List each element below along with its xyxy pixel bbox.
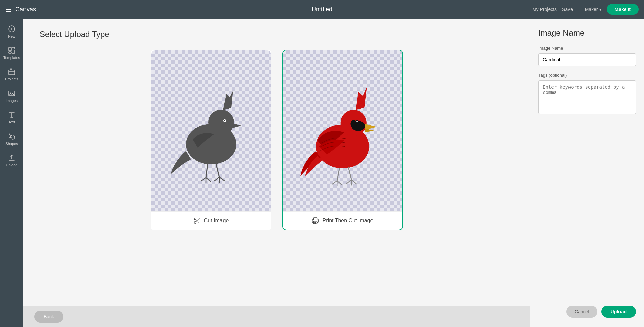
shapes-icon xyxy=(8,132,16,140)
svg-line-19 xyxy=(216,164,219,177)
svg-line-29 xyxy=(196,219,197,221)
right-panel-bottom: Cancel Upload xyxy=(538,306,636,318)
image-name-label: Image Name xyxy=(538,46,636,51)
svg-rect-3 xyxy=(9,47,11,51)
cut-image-footer: Cut Image xyxy=(151,211,271,230)
sidebar-item-templates[interactable]: Templates xyxy=(0,43,23,63)
sidebar-item-text[interactable]: Text xyxy=(0,107,23,127)
tags-label: Tags (optional) xyxy=(538,73,636,78)
svg-line-36 xyxy=(332,181,337,184)
upload-cards: Cut Image xyxy=(40,50,514,230)
sidebar: New Templates Projects xyxy=(0,19,23,327)
svg-line-20 xyxy=(214,177,219,181)
maker-dropdown[interactable]: Maker xyxy=(585,7,601,12)
print-then-cut-footer: Print Then Cut Image xyxy=(283,211,402,230)
svg-line-42 xyxy=(351,180,356,184)
svg-line-15 xyxy=(206,164,208,178)
plus-icon xyxy=(8,25,16,33)
print-then-cut-label: Print Then Cut Image xyxy=(323,218,374,224)
main-layout: New Templates Projects xyxy=(0,19,644,327)
svg-rect-4 xyxy=(12,47,15,49)
cut-image-preview xyxy=(151,50,271,211)
svg-line-18 xyxy=(206,178,211,182)
svg-rect-5 xyxy=(12,50,15,53)
svg-line-28 xyxy=(198,221,199,223)
printer-icon xyxy=(312,217,319,224)
sidebar-item-upload[interactable]: Upload xyxy=(0,150,23,170)
document-title: Untitled xyxy=(312,6,332,13)
back-button[interactable]: Back xyxy=(34,311,63,323)
topbar-divider: | xyxy=(578,7,580,12)
templates-icon xyxy=(8,46,16,54)
tags-textarea[interactable] xyxy=(538,80,636,114)
svg-rect-46 xyxy=(313,218,317,220)
svg-line-35 xyxy=(337,168,339,181)
images-icon xyxy=(8,89,16,97)
sidebar-item-images[interactable]: Images xyxy=(0,86,23,106)
cancel-button[interactable]: Cancel xyxy=(566,306,597,318)
bottom-bar: Back xyxy=(23,306,530,327)
right-panel-title: Image Name xyxy=(538,28,636,38)
scissors-icon xyxy=(193,217,201,224)
save-button[interactable]: Save xyxy=(562,7,573,12)
text-icon xyxy=(8,111,16,119)
sidebar-item-projects[interactable]: Projects xyxy=(0,64,23,85)
my-projects-link[interactable]: My Projects xyxy=(532,7,557,12)
svg-line-40 xyxy=(346,180,351,184)
upload-button[interactable]: Upload xyxy=(601,306,636,318)
svg-point-24 xyxy=(224,120,225,121)
upload-icon xyxy=(8,154,16,162)
cut-image-card[interactable]: Cut Image xyxy=(151,50,271,230)
right-panel: Image Name Image Name Tags (optional) Ca… xyxy=(530,19,644,327)
content-area: Select Upload Type xyxy=(23,19,530,327)
svg-point-26 xyxy=(194,222,196,224)
svg-point-45 xyxy=(356,121,357,122)
menu-icon[interactable]: ☰ xyxy=(5,5,11,13)
make-it-button[interactable]: Make It xyxy=(607,4,639,15)
svg-marker-14 xyxy=(223,91,233,110)
maker-chevron-icon xyxy=(599,7,601,12)
svg-rect-7 xyxy=(9,70,15,75)
upload-panel: Select Upload Type xyxy=(23,19,530,306)
svg-line-22 xyxy=(219,177,225,181)
svg-line-38 xyxy=(337,181,342,185)
topbar: ☰ Canvas Untitled My Projects Save | Mak… xyxy=(0,0,644,19)
app-logo: Canvas xyxy=(15,6,36,13)
svg-point-13 xyxy=(208,110,234,135)
upload-panel-title: Select Upload Type xyxy=(40,30,514,39)
print-then-cut-card[interactable]: Print Then Cut Image xyxy=(282,50,403,230)
cardinal-silhouette-image xyxy=(167,74,255,188)
svg-line-16 xyxy=(201,178,206,181)
svg-line-39 xyxy=(348,167,351,179)
image-name-input[interactable] xyxy=(538,53,636,66)
cut-image-label: Cut Image xyxy=(204,218,229,224)
projects-icon xyxy=(8,68,16,76)
topbar-right: My Projects Save | Maker Make It xyxy=(532,4,639,15)
sidebar-item-new[interactable]: New xyxy=(0,21,23,42)
svg-rect-6 xyxy=(9,52,11,53)
cardinal-color-image xyxy=(296,67,390,195)
sidebar-item-shapes[interactable]: Shapes xyxy=(0,129,23,149)
svg-point-25 xyxy=(194,218,196,220)
svg-point-10 xyxy=(10,92,11,93)
svg-marker-32 xyxy=(356,87,367,110)
print-then-cut-preview xyxy=(283,50,402,211)
